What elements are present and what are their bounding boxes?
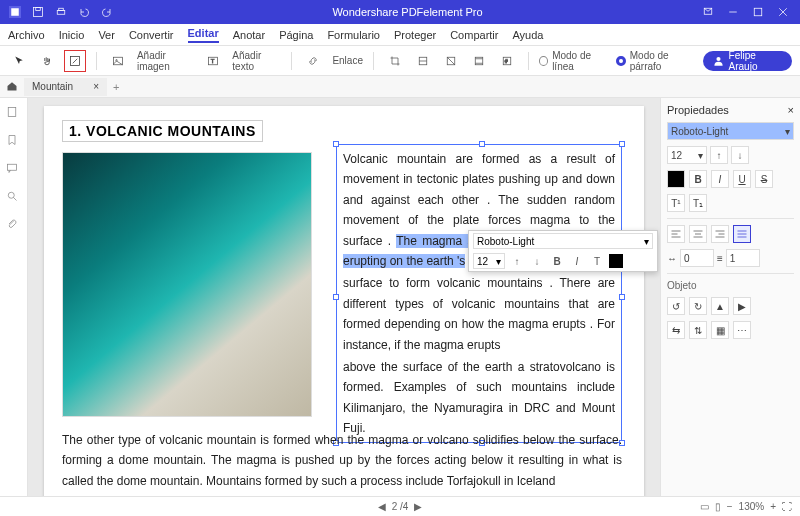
thumbnails-icon[interactable] <box>6 106 22 122</box>
menu-convertir[interactable]: Convertir <box>129 29 174 41</box>
search-icon[interactable] <box>6 190 22 206</box>
edit-tool-icon[interactable] <box>64 50 86 72</box>
app-logo-icon <box>6 3 24 21</box>
view-cont-icon[interactable]: ▯ <box>715 501 721 512</box>
home-icon[interactable] <box>6 80 18 94</box>
close-icon[interactable] <box>772 3 794 21</box>
user-chip[interactable]: Felipe Araujo <box>703 51 792 71</box>
maximize-icon[interactable] <box>747 3 769 21</box>
comments-icon[interactable] <box>6 162 22 178</box>
menu-ver[interactable]: Ver <box>98 29 115 41</box>
app-title: Wondershare PDFelement Pro <box>118 6 697 18</box>
menu-anotar[interactable]: Anotar <box>233 29 265 41</box>
prop-size-up-icon[interactable]: ↑ <box>710 146 728 164</box>
float-size-up-icon[interactable]: ↑ <box>509 253 525 269</box>
minimize-icon[interactable] <box>722 3 744 21</box>
select-tool-icon[interactable] <box>8 50 30 72</box>
float-size-select[interactable]: 12▾ <box>473 253 505 269</box>
align-obj-icon[interactable]: ▦ <box>711 321 729 339</box>
canvas[interactable]: 1. VOLCANIC MOUNTAINS Volcanic mountain … <box>28 98 660 496</box>
link-label[interactable]: Enlace <box>332 55 363 66</box>
mode-paragraph[interactable]: Modo de párrafo <box>616 50 696 72</box>
heading[interactable]: 1. VOLCANIC MOUNTAINS <box>62 120 263 142</box>
add-text-label[interactable]: Añadir texto <box>232 50 281 72</box>
float-italic-icon[interactable]: I <box>569 253 585 269</box>
menu-archivo[interactable]: Archivo <box>8 29 45 41</box>
add-text-icon[interactable]: T <box>202 50 224 72</box>
page-current[interactable]: 2 <box>392 501 398 512</box>
prop-size-down-icon[interactable]: ↓ <box>731 146 749 164</box>
panel-close-icon[interactable]: × <box>788 104 794 116</box>
prop-strike-icon[interactable]: S <box>755 170 773 188</box>
float-textcolor-icon[interactable]: T <box>589 253 605 269</box>
floating-format-toolbar[interactable]: Roboto-Light▾ 12▾ ↑ ↓ B I T <box>468 230 658 272</box>
document-tab[interactable]: Mountain × <box>24 78 107 96</box>
selected-text-box[interactable]: Volcanic mountain are formed as a result… <box>336 144 622 443</box>
zoom-out-icon[interactable]: − <box>727 501 733 512</box>
add-image-label[interactable]: Añadir imagen <box>137 50 196 72</box>
mountain-image[interactable] <box>62 152 312 417</box>
prop-underline-icon[interactable]: U <box>733 170 751 188</box>
align-center-icon[interactable] <box>689 225 707 243</box>
para-below[interactable]: The other type of volcanic mountain is f… <box>62 430 622 491</box>
char-spacing-input[interactable]: 0 <box>680 249 714 267</box>
undo-icon[interactable] <box>75 3 93 21</box>
menu-ayuda[interactable]: Ayuda <box>512 29 543 41</box>
more-obj-icon[interactable]: ⋯ <box>733 321 751 339</box>
float-size-down-icon[interactable]: ↓ <box>529 253 545 269</box>
attachments-icon[interactable] <box>6 218 22 234</box>
page-prev-icon[interactable]: ◀ <box>378 501 386 512</box>
view-single-icon[interactable]: ▭ <box>700 501 709 512</box>
float-color-swatch[interactable] <box>609 254 623 268</box>
rotate-ccw-icon[interactable]: ↺ <box>667 297 685 315</box>
bookmarks-icon[interactable] <box>6 134 22 150</box>
align-left-icon[interactable] <box>667 225 685 243</box>
print-icon[interactable] <box>52 3 70 21</box>
prop-color-swatch[interactable] <box>667 170 685 188</box>
prop-size-select[interactable]: 12▾ <box>667 146 707 164</box>
header-footer-icon[interactable] <box>468 50 490 72</box>
flip-h-icon[interactable]: ▶ <box>733 297 751 315</box>
prop-font-select[interactable]: Roboto-Light▾ <box>667 122 794 140</box>
fullscreen-icon[interactable]: ⛶ <box>782 501 792 512</box>
zoom-in-icon[interactable]: + <box>770 501 776 512</box>
add-image-icon[interactable] <box>107 50 129 72</box>
align-right-icon[interactable] <box>711 225 729 243</box>
flip-v-icon[interactable]: ▲ <box>711 297 729 315</box>
menu-pagina[interactable]: Página <box>279 29 313 41</box>
tab-close-icon[interactable]: × <box>93 81 99 92</box>
watermark-icon[interactable] <box>412 50 434 72</box>
crop-icon[interactable] <box>384 50 406 72</box>
menu-proteger[interactable]: Proteger <box>394 29 436 41</box>
align-justify-icon[interactable] <box>733 225 751 243</box>
menu-bar: Archivo Inicio Ver Convertir Editar Anot… <box>0 24 800 46</box>
divider <box>667 218 794 219</box>
prop-italic-icon[interactable]: I <box>711 170 729 188</box>
redo-icon[interactable] <box>98 3 116 21</box>
menu-formulario[interactable]: Formulario <box>327 29 380 41</box>
notify-icon[interactable] <box>697 3 719 21</box>
zoom-value[interactable]: 130% <box>739 501 765 512</box>
menu-editar[interactable]: Editar <box>188 27 219 43</box>
bates-icon[interactable]: # <box>496 50 518 72</box>
workspace: 1. VOLCANIC MOUNTAINS Volcanic mountain … <box>0 98 800 496</box>
prop-subscript-icon[interactable]: T₁ <box>689 194 707 212</box>
save-icon[interactable] <box>29 3 47 21</box>
new-tab-icon[interactable]: + <box>113 81 119 93</box>
float-font-select[interactable]: Roboto-Light▾ <box>473 233 653 249</box>
menu-compartir[interactable]: Compartir <box>450 29 498 41</box>
background-icon[interactable] <box>440 50 462 72</box>
hand-tool-icon[interactable] <box>36 50 58 72</box>
distribute-v-icon[interactable]: ⇅ <box>689 321 707 339</box>
distribute-h-icon[interactable]: ⇆ <box>667 321 685 339</box>
prop-bold-icon[interactable]: B <box>689 170 707 188</box>
separator <box>373 52 374 70</box>
float-bold-icon[interactable]: B <box>549 253 565 269</box>
link-icon[interactable] <box>302 50 324 72</box>
line-spacing-input[interactable]: 1 <box>726 249 760 267</box>
menu-inicio[interactable]: Inicio <box>59 29 85 41</box>
page-next-icon[interactable]: ▶ <box>414 501 422 512</box>
rotate-cw-icon[interactable]: ↻ <box>689 297 707 315</box>
prop-superscript-icon[interactable]: T¹ <box>667 194 685 212</box>
mode-line[interactable]: Modo de línea <box>539 50 610 72</box>
